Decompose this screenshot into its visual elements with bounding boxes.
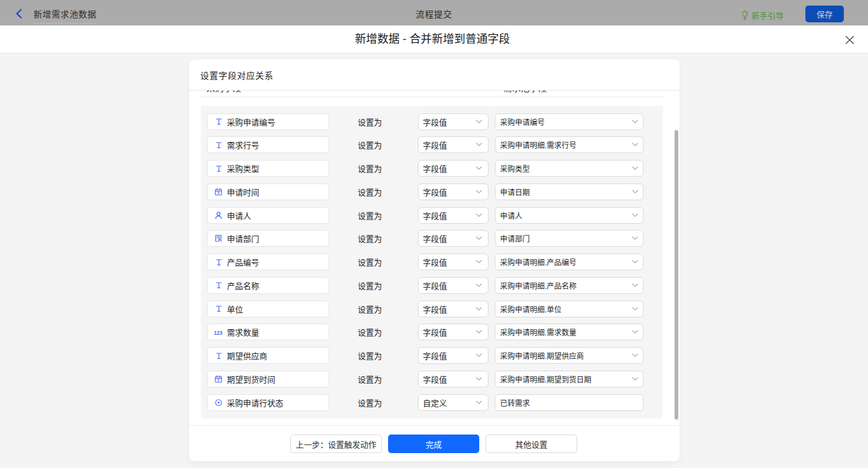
svg-text:123: 123 — [214, 329, 223, 335]
